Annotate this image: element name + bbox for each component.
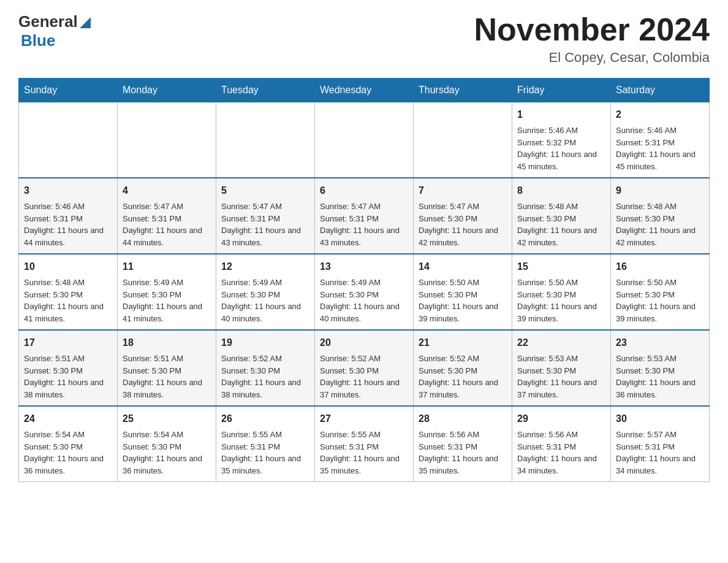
calendar-cell: 30Sunrise: 5:57 AM Sunset: 5:31 PM Dayli… [611, 406, 710, 482]
day-number: 4 [123, 183, 211, 198]
day-number: 6 [320, 183, 408, 198]
calendar-cell [216, 102, 315, 178]
weekday-header-sunday: Sunday [19, 79, 118, 102]
day-number: 1 [517, 107, 605, 122]
day-number: 14 [419, 259, 507, 274]
calendar-cell: 5Sunrise: 5:47 AM Sunset: 5:31 PM Daylig… [216, 178, 315, 254]
calendar-cell: 4Sunrise: 5:47 AM Sunset: 5:31 PM Daylig… [118, 178, 216, 254]
day-number: 10 [24, 259, 112, 274]
day-number: 27 [320, 412, 408, 426]
calendar-cell: 10Sunrise: 5:48 AM Sunset: 5:30 PM Dayli… [19, 254, 118, 330]
day-info: Sunrise: 5:49 AM Sunset: 5:30 PM Dayligh… [320, 277, 408, 324]
day-info: Sunrise: 5:56 AM Sunset: 5:31 PM Dayligh… [419, 429, 507, 477]
calendar-cell: 27Sunrise: 5:55 AM Sunset: 5:31 PM Dayli… [315, 406, 414, 482]
calendar-cell: 23Sunrise: 5:53 AM Sunset: 5:30 PM Dayli… [611, 330, 710, 406]
day-number: 23 [616, 335, 704, 350]
logo-blue-text: Blue [21, 31, 55, 50]
calendar-week-3: 10Sunrise: 5:48 AM Sunset: 5:30 PM Dayli… [19, 254, 710, 330]
day-number: 8 [517, 183, 605, 198]
day-info: Sunrise: 5:47 AM Sunset: 5:31 PM Dayligh… [123, 201, 211, 248]
day-info: Sunrise: 5:57 AM Sunset: 5:31 PM Dayligh… [616, 429, 704, 477]
weekday-header-monday: Monday [118, 79, 216, 102]
day-number: 15 [517, 259, 605, 274]
calendar-week-4: 17Sunrise: 5:51 AM Sunset: 5:30 PM Dayli… [19, 330, 710, 406]
day-info: Sunrise: 5:47 AM Sunset: 5:30 PM Dayligh… [419, 201, 507, 248]
day-info: Sunrise: 5:46 AM Sunset: 5:31 PM Dayligh… [616, 124, 704, 172]
weekday-header-friday: Friday [512, 79, 611, 102]
day-info: Sunrise: 5:48 AM Sunset: 5:30 PM Dayligh… [24, 277, 112, 324]
day-number: 17 [24, 335, 112, 350]
day-number: 20 [320, 335, 408, 350]
calendar-cell [414, 102, 512, 178]
day-info: Sunrise: 5:50 AM Sunset: 5:30 PM Dayligh… [419, 277, 507, 324]
day-info: Sunrise: 5:46 AM Sunset: 5:32 PM Dayligh… [517, 124, 605, 172]
day-info: Sunrise: 5:55 AM Sunset: 5:31 PM Dayligh… [221, 429, 309, 477]
day-info: Sunrise: 5:52 AM Sunset: 5:30 PM Dayligh… [320, 353, 408, 400]
weekday-header-saturday: Saturday [611, 79, 710, 102]
logo-arrow-icon [80, 15, 91, 31]
day-number: 18 [123, 335, 211, 350]
day-number: 3 [24, 183, 112, 198]
day-number: 28 [419, 412, 507, 426]
calendar-header: SundayMondayTuesdayWednesdayThursdayFrid… [19, 79, 710, 102]
page-header: General Blue November 2024 El Copey, Ces… [18, 12, 710, 66]
calendar-cell: 11Sunrise: 5:49 AM Sunset: 5:30 PM Dayli… [118, 254, 216, 330]
day-number: 24 [24, 412, 112, 426]
day-number: 19 [221, 335, 309, 350]
day-info: Sunrise: 5:53 AM Sunset: 5:30 PM Dayligh… [517, 353, 605, 400]
day-number: 21 [419, 335, 507, 350]
day-info: Sunrise: 5:49 AM Sunset: 5:30 PM Dayligh… [123, 277, 211, 324]
calendar-week-1: 1Sunrise: 5:46 AM Sunset: 5:32 PM Daylig… [19, 102, 710, 178]
day-info: Sunrise: 5:48 AM Sunset: 5:30 PM Dayligh… [517, 201, 605, 248]
day-number: 7 [419, 183, 507, 198]
calendar-cell: 19Sunrise: 5:52 AM Sunset: 5:30 PM Dayli… [216, 330, 315, 406]
calendar-cell: 9Sunrise: 5:48 AM Sunset: 5:30 PM Daylig… [611, 178, 710, 254]
calendar-cell: 8Sunrise: 5:48 AM Sunset: 5:30 PM Daylig… [512, 178, 611, 254]
day-number: 12 [221, 259, 309, 274]
calendar-cell [315, 102, 414, 178]
calendar-cell: 24Sunrise: 5:54 AM Sunset: 5:30 PM Dayli… [19, 406, 118, 482]
day-info: Sunrise: 5:52 AM Sunset: 5:30 PM Dayligh… [419, 353, 507, 400]
calendar-cell: 25Sunrise: 5:54 AM Sunset: 5:30 PM Dayli… [118, 406, 216, 482]
day-info: Sunrise: 5:46 AM Sunset: 5:31 PM Dayligh… [24, 201, 112, 248]
calendar-cell: 3Sunrise: 5:46 AM Sunset: 5:31 PM Daylig… [19, 178, 118, 254]
calendar-cell: 1Sunrise: 5:46 AM Sunset: 5:32 PM Daylig… [512, 102, 611, 178]
day-info: Sunrise: 5:52 AM Sunset: 5:30 PM Dayligh… [221, 353, 309, 400]
day-info: Sunrise: 5:47 AM Sunset: 5:31 PM Dayligh… [320, 201, 408, 248]
calendar-cell: 16Sunrise: 5:50 AM Sunset: 5:30 PM Dayli… [611, 254, 710, 330]
calendar-cell: 13Sunrise: 5:49 AM Sunset: 5:30 PM Dayli… [315, 254, 414, 330]
day-number: 5 [221, 183, 309, 198]
calendar-week-2: 3Sunrise: 5:46 AM Sunset: 5:31 PM Daylig… [19, 178, 710, 254]
weekday-header-thursday: Thursday [414, 79, 512, 102]
day-number: 26 [221, 412, 309, 426]
day-number: 29 [517, 412, 605, 426]
month-title: November 2024 [474, 12, 710, 47]
weekday-header-tuesday: Tuesday [216, 79, 315, 102]
title-section: November 2024 El Copey, Cesar, Colombia [474, 12, 710, 66]
calendar-cell: 26Sunrise: 5:55 AM Sunset: 5:31 PM Dayli… [216, 406, 315, 482]
day-info: Sunrise: 5:51 AM Sunset: 5:30 PM Dayligh… [123, 353, 211, 400]
weekday-header-wednesday: Wednesday [315, 79, 414, 102]
calendar-cell: 12Sunrise: 5:49 AM Sunset: 5:30 PM Dayli… [216, 254, 315, 330]
weekday-header-row: SundayMondayTuesdayWednesdayThursdayFrid… [19, 79, 710, 102]
calendar-cell: 29Sunrise: 5:56 AM Sunset: 5:31 PM Dayli… [512, 406, 611, 482]
day-number: 30 [616, 412, 704, 426]
day-info: Sunrise: 5:55 AM Sunset: 5:31 PM Dayligh… [320, 429, 408, 477]
day-number: 9 [616, 183, 704, 198]
calendar-cell: 20Sunrise: 5:52 AM Sunset: 5:30 PM Dayli… [315, 330, 414, 406]
day-number: 13 [320, 259, 408, 274]
calendar-body: 1Sunrise: 5:46 AM Sunset: 5:32 PM Daylig… [19, 102, 710, 482]
day-info: Sunrise: 5:48 AM Sunset: 5:30 PM Dayligh… [616, 201, 704, 248]
calendar-cell: 6Sunrise: 5:47 AM Sunset: 5:31 PM Daylig… [315, 178, 414, 254]
location-title: El Copey, Cesar, Colombia [474, 50, 710, 66]
logo-general-text: General [18, 12, 78, 31]
day-info: Sunrise: 5:56 AM Sunset: 5:31 PM Dayligh… [517, 429, 605, 477]
logo: General Blue [18, 12, 91, 50]
day-info: Sunrise: 5:54 AM Sunset: 5:30 PM Dayligh… [123, 429, 211, 477]
svg-marker-0 [80, 17, 91, 28]
day-number: 22 [517, 335, 605, 350]
calendar-cell [19, 102, 118, 178]
calendar-cell: 15Sunrise: 5:50 AM Sunset: 5:30 PM Dayli… [512, 254, 611, 330]
day-info: Sunrise: 5:50 AM Sunset: 5:30 PM Dayligh… [616, 277, 704, 324]
day-info: Sunrise: 5:47 AM Sunset: 5:31 PM Dayligh… [221, 201, 309, 248]
